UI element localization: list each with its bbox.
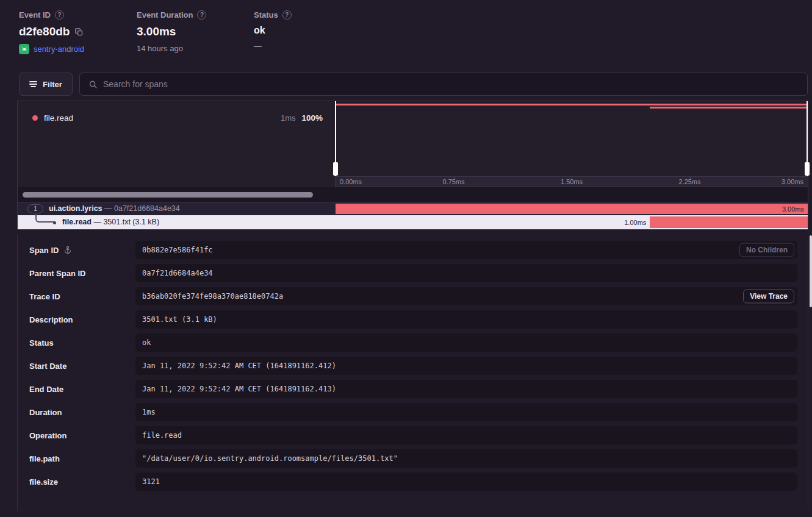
detail-value: 3501.txt (3.1 kB): [142, 315, 217, 324]
detail-value-cell: 0b882e7e586f41fc No Children: [135, 241, 797, 259]
horizontal-scrollbar-thumb[interactable]: [23, 192, 313, 198]
event-time-ago: 14 hours ago: [137, 44, 183, 53]
status-label: Status: [254, 10, 278, 20]
span-duration-bar[interactable]: [650, 216, 808, 228]
minimap-span-line: [336, 104, 808, 105]
filter-button[interactable]: Filter: [19, 73, 73, 96]
op-name: file.read: [44, 113, 275, 123]
op-duration: 1ms: [281, 113, 296, 123]
detail-value-cell: b36ab020fe374fe98a370ae818e0742a View Tr…: [135, 287, 797, 305]
detail-value-cell: file.read: [135, 426, 797, 444]
span-duration-label: 3.00ms: [782, 205, 804, 213]
expand-children-pill[interactable]: 1: [27, 204, 43, 213]
detail-value: file.read: [142, 431, 182, 440]
vertical-scrollbar-thumb[interactable]: [810, 235, 812, 307]
span-search-input[interactable]: [103, 79, 799, 89]
detail-row: Parent Span ID 0a7f21d6684a4e34: [18, 264, 808, 282]
copy-icon[interactable]: [74, 27, 84, 37]
axis-tick: 0.00ms: [340, 178, 362, 185]
detail-label: Duration: [29, 408, 62, 417]
minimap-span-line: [650, 107, 808, 109]
event-id-label: Event ID: [19, 10, 51, 20]
span-row-selected[interactable]: file.read — 3501.txt (3.1 kB) 1.00ms: [18, 215, 808, 229]
no-children-badge: No Children: [739, 243, 794, 257]
detail-value-cell: ok: [135, 333, 797, 352]
detail-label: Operation: [29, 431, 66, 440]
tree-connector-dot: [53, 221, 56, 224]
span-op: file.read: [62, 218, 92, 226]
anchor-icon[interactable]: [63, 246, 72, 254]
detail-value: ok: [142, 338, 151, 347]
detail-label: Span ID: [29, 246, 59, 255]
detail-row: Duration 1ms: [18, 403, 808, 421]
span-search-box[interactable]: [79, 73, 808, 96]
filter-button-label: Filter: [43, 80, 62, 89]
detail-row: file.path "/data/user/0/io.sentry.androi…: [18, 449, 808, 468]
help-icon[interactable]: ?: [55, 10, 64, 20]
detail-row: Start Date Jan 11, 2022 9:52:42 AM CET (…: [18, 357, 808, 375]
event-header: Event ID ? d2fe80db sentry-android Event…: [19, 10, 292, 54]
search-icon: [88, 80, 98, 89]
axis-tick: 2.25ms: [678, 178, 700, 185]
detail-value: 0b882e7e586f41fc: [142, 246, 213, 254]
detail-row: Description 3501.txt (3.1 kB): [18, 310, 808, 329]
event-duration-value: 3.00ms: [137, 25, 176, 38]
span-op: ui.action.lyrics: [49, 204, 102, 213]
detail-value-cell: Jan 11, 2022 9:52:42 AM CET (1641891162.…: [135, 357, 797, 375]
time-axis: 0.00ms 0.75ms 1.50ms 2.25ms 3.00ms: [336, 176, 808, 187]
help-icon[interactable]: ?: [282, 10, 292, 20]
detail-value: 0a7f21d6684a4e34: [142, 269, 213, 277]
detail-label: Description: [29, 315, 73, 324]
detail-value-cell: 1ms: [135, 403, 797, 421]
span-row-transaction[interactable]: 1 ui.action.lyrics — 0a7f21d6684a4e34 3.…: [18, 202, 808, 215]
tree-connector: [35, 214, 54, 223]
detail-label: Start Date: [29, 362, 66, 371]
span-description: 3501.txt (3.1 kB): [103, 218, 159, 226]
detail-row: Status ok: [18, 333, 808, 352]
detail-value: Jan 11, 2022 9:52:42 AM CET (1641891162.…: [142, 385, 336, 393]
trace-minimap[interactable]: [336, 101, 808, 176]
waterfall-scroll-strip: [18, 187, 808, 202]
project-link[interactable]: sentry-android: [34, 45, 84, 54]
detail-value: 3121: [142, 477, 160, 486]
ops-breakdown-row: file.read 1ms 100%: [18, 113, 335, 123]
axis-tick: 0.75ms: [442, 178, 464, 185]
span-details: Span ID 0b882e7e586f41fc No Children Par…: [17, 235, 808, 511]
span-duration-bar[interactable]: 3.00ms: [336, 204, 808, 214]
event-id-label-row: Event ID ?: [19, 10, 137, 20]
span-duration-label: 1.00ms: [624, 219, 646, 226]
op-color-dot: [32, 115, 38, 121]
event-duration-label: Event Duration: [137, 10, 193, 20]
detail-value-cell: 3121: [135, 472, 797, 491]
detail-label: Status: [29, 338, 54, 348]
op-percent: 100%: [301, 113, 323, 123]
span-id-suffix: 0a7f21d6684a4e34: [114, 204, 180, 213]
detail-value: 1ms: [142, 408, 156, 416]
minimap-right-handle[interactable]: [807, 101, 808, 176]
detail-row: Operation file.read: [18, 426, 808, 444]
filter-icon: [29, 81, 37, 87]
detail-label: file.path: [29, 454, 60, 463]
detail-value: Jan 11, 2022 9:52:42 AM CET (1641891162.…: [142, 362, 336, 370]
axis-tick: 3.00ms: [781, 178, 803, 185]
detail-value: b36ab020fe374fe98a370ae818e0742a: [142, 292, 283, 301]
detail-row: End Date Jan 11, 2022 9:52:42 AM CET (16…: [18, 380, 808, 398]
detail-value-cell: 0a7f21d6684a4e34: [135, 264, 797, 282]
event-id-value: d2fe80db: [19, 25, 70, 38]
detail-label: End Date: [29, 385, 63, 394]
status-value: ok: [254, 25, 265, 36]
axis-tick: 1.50ms: [561, 178, 583, 185]
android-project-icon: [19, 44, 29, 54]
help-icon[interactable]: ?: [197, 10, 206, 20]
detail-row: Span ID 0b882e7e586f41fc No Children: [18, 241, 808, 259]
minimap-left-handle[interactable]: [335, 101, 336, 176]
detail-value-cell: "/data/user/0/io.sentry.android.roomsamp…: [135, 449, 797, 468]
detail-row: file.size 3121: [18, 472, 808, 491]
detail-label: file.size: [29, 477, 58, 487]
detail-value: "/data/user/0/io.sentry.android.roomsamp…: [142, 454, 398, 463]
detail-label: Parent Span ID: [29, 269, 85, 278]
detail-value-cell: 3501.txt (3.1 kB): [135, 310, 797, 329]
status-secondary: —: [254, 41, 262, 51]
view-trace-button[interactable]: View Trace: [743, 290, 794, 304]
detail-label: Trace ID: [29, 292, 60, 301]
